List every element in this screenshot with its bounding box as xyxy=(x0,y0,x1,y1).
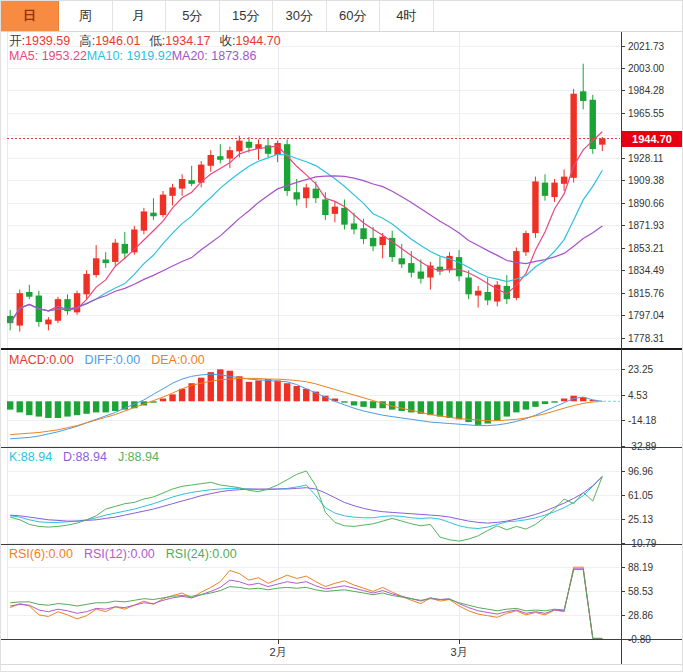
tab-月[interactable]: 月 xyxy=(113,1,167,31)
current-price-badge: 1944.70 xyxy=(622,131,682,147)
trading-chart-app: 日周月5分15分30分60分4时 开:1939.59高:1946.01低:193… xyxy=(0,0,683,672)
tab-周[interactable]: 周 xyxy=(59,1,113,31)
price-chart-canvas[interactable] xyxy=(1,1,683,672)
tab-4时[interactable]: 4时 xyxy=(380,1,434,31)
tab-15分[interactable]: 15分 xyxy=(220,1,274,31)
tab-日[interactable]: 日 xyxy=(1,1,59,31)
timeframe-tabs: 日周月5分15分30分60分4时 xyxy=(1,1,682,32)
tab-60分[interactable]: 60分 xyxy=(327,1,381,31)
tab-5分[interactable]: 5分 xyxy=(166,1,220,31)
tab-30分[interactable]: 30分 xyxy=(273,1,327,31)
